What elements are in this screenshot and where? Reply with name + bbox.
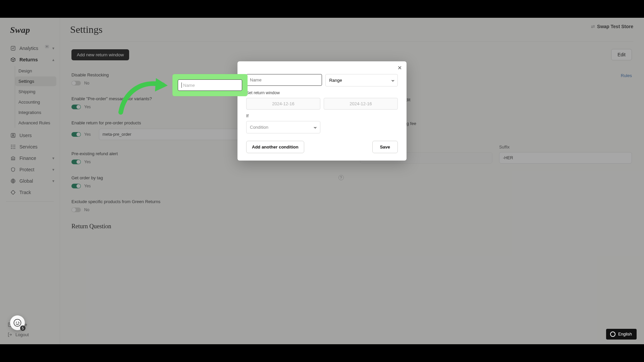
svg-point-2 [12, 134, 14, 136]
nav-users[interactable]: Users [0, 130, 60, 141]
toggle-state: Yes [84, 105, 91, 109]
user-icon [10, 132, 16, 138]
chevron-up-icon: ▴ [52, 57, 54, 62]
toggle-state: Yes [84, 160, 91, 164]
subnav-settings[interactable]: Settings [15, 76, 56, 86]
ai-badge-icon: ✦ [45, 45, 49, 48]
label-pre-refund-alert: Pre-existing refund alert [71, 151, 118, 156]
toggle-enable-return-preorder[interactable] [71, 132, 81, 137]
subnav-advanced-rules[interactable]: Advanced Rules [15, 118, 56, 128]
label-enable-return-preorder: Enable return for pre-order products [71, 120, 141, 125]
svg-point-9 [11, 148, 12, 149]
page-title: Settings [70, 24, 103, 35]
svg-point-16 [16, 322, 17, 323]
modal-condition-select[interactable]: Condition [246, 121, 320, 133]
svg-point-13 [11, 191, 15, 194]
svg-point-10 [13, 148, 14, 149]
chevron-down-icon: ▾ [52, 46, 54, 51]
save-button[interactable]: Save [372, 141, 398, 153]
store-name: Swap Test Store [597, 24, 633, 29]
label-exclude-green: Exclude specific products from Green Ret… [71, 199, 344, 204]
chat-widget[interactable]: 5 [10, 315, 25, 330]
annotation-highlight-input: Name [178, 79, 242, 91]
box-icon [10, 57, 16, 63]
ring-icon [610, 331, 615, 337]
label-get-order-tag: Get order by tag [71, 175, 103, 180]
add-return-window-button[interactable]: Add new return window [71, 49, 129, 60]
brand-logo: Swap [0, 18, 60, 41]
chart-icon [10, 45, 16, 51]
annotation-placeholder: Name [183, 83, 195, 88]
label-set-return-window: Set return window [246, 90, 398, 95]
return-window-modal: ✕ Range Set return window [237, 61, 407, 161]
help-icon[interactable]: ? [338, 175, 344, 180]
toggle-preorder-variants[interactable] [71, 105, 81, 109]
svg-point-5 [14, 145, 15, 146]
toggle-state: No [84, 207, 89, 212]
label-if: If [246, 114, 398, 118]
nav-logout[interactable]: Logout [7, 329, 54, 340]
suffix-input[interactable] [499, 152, 632, 164]
modal-name-input[interactable] [246, 74, 322, 86]
toggle-exclude-green[interactable] [71, 207, 81, 212]
globe-icon [10, 178, 16, 184]
nav-services[interactable]: Services [0, 141, 60, 153]
grid-icon [10, 144, 16, 150]
edit-button[interactable]: Edit [611, 49, 632, 60]
svg-point-15 [14, 319, 21, 326]
svg-point-8 [14, 146, 15, 147]
subnav-design[interactable]: Design [15, 66, 56, 76]
close-icon[interactable]: ✕ [397, 65, 402, 71]
main-nav: Analytics ✦ ▾ Returns ▴ Design Settings … [0, 41, 60, 317]
nav-label: Finance [19, 156, 49, 161]
nav-track[interactable]: Track [0, 187, 60, 198]
subnav-accounting[interactable]: Accounting [15, 97, 56, 107]
shield-icon [10, 167, 16, 173]
toggle-pre-refund-alert[interactable] [71, 160, 81, 164]
sidebar-bottom: Guide Logout [0, 317, 60, 344]
chevron-down-icon: ▾ [52, 167, 54, 172]
svg-point-4 [13, 145, 14, 146]
nav-label: Services [19, 144, 54, 149]
svg-point-6 [11, 146, 12, 147]
chat-badge: 5 [20, 325, 25, 331]
toggle-disable-restocking[interactable] [71, 81, 81, 85]
toggle-state: Yes [84, 184, 91, 188]
modal-date-from[interactable] [246, 98, 320, 110]
section-return-question: Return Question [71, 223, 344, 230]
svg-point-3 [11, 145, 12, 146]
nav-global[interactable]: Global ▾ [0, 175, 60, 187]
language-label: English [618, 332, 632, 337]
add-condition-button[interactable]: Add another condition [246, 141, 304, 153]
toggle-state: Yes [84, 132, 91, 137]
subnav-integrations[interactable]: Integrations [15, 108, 56, 117]
chevron-down-icon: ▾ [52, 156, 54, 161]
subnav-shipping[interactable]: Shipping [15, 87, 56, 97]
store-switcher[interactable]: ⇄ Swap Test Store [591, 24, 633, 29]
chevron-down-icon: ▾ [52, 179, 54, 183]
annotation-highlight: Name [172, 74, 248, 96]
nav-label: Users [19, 133, 54, 138]
nav-label: Protect [19, 167, 49, 172]
nav-label: Track [19, 190, 54, 195]
logout-icon [7, 331, 13, 338]
returns-submenu: Design Settings Shipping Accounting Inte… [15, 66, 60, 128]
label-suffix: Suffix [499, 145, 632, 149]
nav-protect[interactable]: Protect ▾ [0, 164, 60, 175]
nav-returns[interactable]: Returns ▴ [0, 54, 60, 65]
toggle-get-order-tag[interactable] [71, 184, 81, 188]
nav-label: Logout [15, 332, 29, 337]
language-switcher[interactable]: English [606, 329, 637, 340]
modal-date-to[interactable] [324, 98, 398, 110]
modal-range-select[interactable]: Range [325, 74, 398, 86]
nav-analytics[interactable]: Analytics ✦ ▾ [0, 43, 60, 54]
nav-label: Global [19, 178, 49, 184]
sidebar: Swap Analytics ✦ ▾ Returns ▴ [0, 18, 60, 344]
rules-link-text[interactable]: Rules [621, 73, 632, 78]
preorder-tag-input[interactable] [99, 129, 260, 140]
toggle-state: No [84, 81, 89, 85]
nav-finance[interactable]: Finance ▾ [0, 153, 60, 164]
bank-icon [10, 155, 16, 161]
nav-label: Analytics [19, 46, 41, 51]
swap-arrows-icon: ⇄ [591, 24, 594, 29]
